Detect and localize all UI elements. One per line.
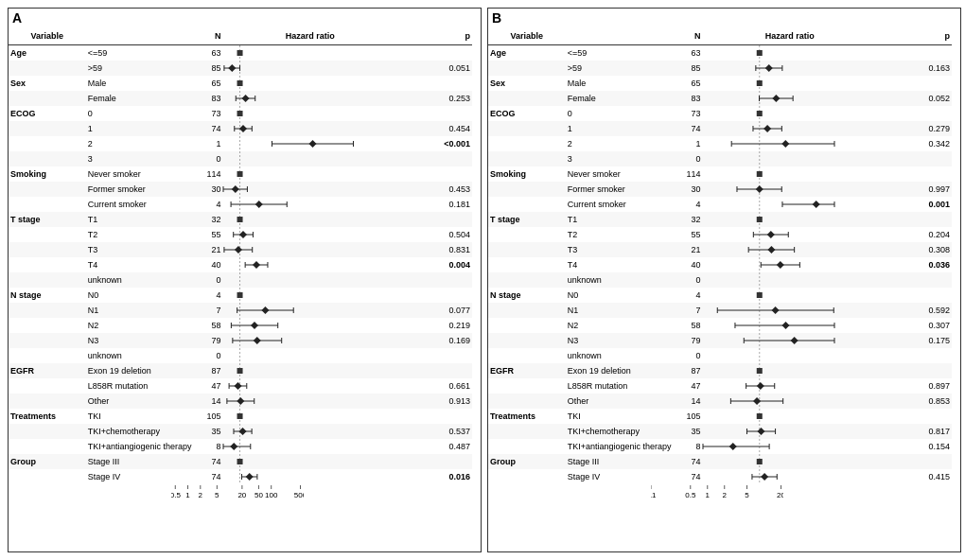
- cell-variable: [488, 182, 566, 197]
- cell-p: [397, 76, 472, 91]
- cell-subvar: Never smoker: [86, 166, 196, 182]
- svg-text:50: 50: [254, 491, 263, 499]
- cell-variable: [488, 197, 566, 212]
- cell-n: 73: [676, 106, 703, 121]
- cell-n: 35: [196, 424, 223, 439]
- table-row: TKI+chemotherapy350.537: [9, 424, 472, 439]
- table-row: 210.342: [488, 136, 952, 151]
- cell-n: 47: [196, 378, 223, 394]
- svg-marker-147: [781, 140, 789, 148]
- cell-variable: [488, 151, 566, 166]
- cell-hr-chart: [703, 182, 877, 197]
- cell-variable: [488, 227, 566, 242]
- panel-b-label: B: [492, 10, 501, 26]
- cell-p: 0.453: [397, 182, 472, 197]
- cell-subvar: L858R mutation: [86, 378, 196, 394]
- cell-hr-chart: [703, 363, 877, 378]
- svg-rect-1: [237, 50, 242, 56]
- cell-variable: [9, 61, 86, 76]
- cell-variable: [488, 424, 566, 439]
- cell-variable: [9, 227, 86, 242]
- cell-hr-chart: [703, 288, 877, 303]
- header-subvar-b: [566, 27, 676, 45]
- table-row: L858R mutation470.897: [488, 378, 952, 394]
- table-row: >59850.163: [488, 61, 952, 76]
- svg-rect-15: [237, 111, 242, 116]
- svg-marker-86: [237, 397, 244, 405]
- cell-n: 58: [196, 318, 223, 333]
- cell-n: 74: [676, 121, 703, 136]
- cell-n: 4: [196, 288, 223, 303]
- cell-p: 0.592: [877, 303, 952, 318]
- cell-variable: [488, 439, 566, 454]
- cell-variable: Age: [9, 45, 86, 61]
- svg-text:2: 2: [199, 491, 203, 499]
- cell-hr-chart: [703, 439, 877, 454]
- svg-marker-203: [756, 382, 763, 390]
- cell-n: 74: [196, 469, 223, 484]
- cell-subvar: Never smoker: [566, 166, 676, 182]
- cell-n: 4: [676, 288, 703, 303]
- cell-hr-chart: [703, 318, 877, 333]
- cell-hr-chart: [223, 348, 397, 363]
- cell-p: [877, 454, 952, 469]
- cell-n: 74: [676, 469, 703, 484]
- table-row: TKI+chemotherapy350.817: [488, 424, 952, 439]
- svg-marker-177: [776, 261, 783, 269]
- cell-n: 87: [196, 363, 223, 378]
- cell-n: 65: [676, 76, 703, 91]
- table-row: Other140.853: [488, 394, 952, 409]
- table-row: ECOG073: [9, 106, 472, 121]
- cell-subvar: T3: [86, 242, 196, 257]
- table-row: unknown0: [9, 272, 472, 288]
- cell-p: [877, 166, 952, 182]
- cell-p: [397, 151, 472, 166]
- svg-marker-172: [767, 246, 775, 254]
- cell-hr-chart: [703, 76, 877, 91]
- table-row: Female830.052: [488, 91, 952, 106]
- cell-p: [877, 409, 952, 424]
- cell-p: 0.253: [397, 91, 472, 106]
- cell-hr-chart: [703, 91, 877, 106]
- cell-subvar: Exon 19 deletion: [86, 363, 196, 378]
- cell-subvar: TKI+chemotherapy: [86, 424, 196, 439]
- cell-p: 0.279: [877, 121, 952, 136]
- cell-p: [877, 212, 952, 227]
- cell-n: 65: [196, 76, 223, 91]
- cell-n: 74: [676, 454, 703, 469]
- cell-hr-chart: [223, 378, 397, 394]
- svg-text:5: 5: [215, 491, 219, 499]
- cell-subvar: Stage III: [86, 454, 196, 469]
- cell-subvar: unknown: [86, 348, 196, 363]
- cell-hr-chart: [223, 409, 397, 424]
- table-row: unknown0: [9, 348, 472, 363]
- cell-p: 0.307: [877, 318, 952, 333]
- svg-marker-185: [771, 306, 779, 314]
- table-row: 30: [488, 151, 952, 166]
- cell-variable: Group: [488, 454, 566, 469]
- svg-text:2: 2: [723, 491, 728, 499]
- table-row: Stage IV740.415: [488, 469, 952, 484]
- cell-variable: ECOG: [488, 106, 566, 121]
- header-variable-b: Variable: [488, 27, 566, 45]
- cell-hr-chart: [223, 212, 397, 227]
- cell-n: 21: [676, 242, 703, 257]
- cell-hr-chart: [703, 61, 877, 76]
- cell-hr-chart: [703, 242, 877, 257]
- table-row: unknown0: [488, 348, 952, 363]
- cell-subvar: N2: [566, 318, 676, 333]
- cell-subvar: 1: [86, 121, 196, 136]
- cell-n: 85: [676, 61, 703, 76]
- cell-variable: Age: [488, 45, 566, 61]
- cell-n: 21: [196, 242, 223, 257]
- table-row: Age<=5963: [488, 45, 952, 61]
- svg-text:20: 20: [777, 491, 783, 499]
- svg-marker-20: [239, 125, 247, 132]
- cell-hr-chart: [223, 197, 397, 212]
- header-p-b: p: [877, 27, 952, 45]
- cell-hr-chart: [223, 424, 397, 439]
- cell-hr-chart: [703, 45, 877, 61]
- cell-variable: [488, 348, 566, 363]
- cell-n: 114: [676, 166, 703, 182]
- svg-rect-28: [237, 171, 242, 177]
